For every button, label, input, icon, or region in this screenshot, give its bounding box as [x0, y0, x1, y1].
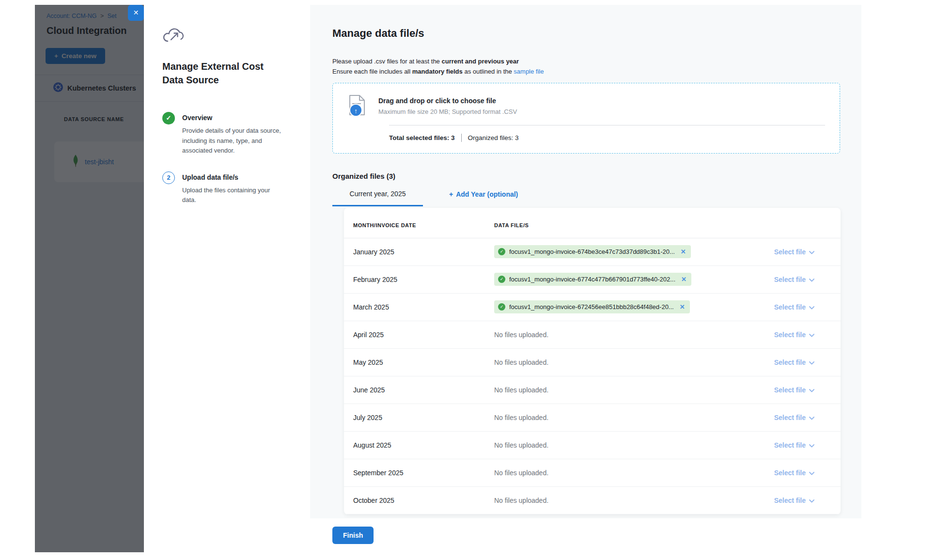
intro-line1-text: Please upload .csv files for at least th… [332, 58, 441, 65]
chevron-down-icon [809, 303, 814, 311]
tab-current-year[interactable]: Current year, 2025 [332, 190, 423, 206]
select-file-button[interactable]: Select file [774, 276, 814, 283]
finish-button[interactable]: Finish [332, 527, 374, 544]
step-upload-data[interactable]: 2 Upload data file/s Upload the files co… [162, 171, 297, 205]
table-row: March 2025 ✓ focusv1_mongo-invoice-67245… [344, 294, 841, 321]
remove-file-button[interactable]: ✕ [680, 304, 685, 310]
upload-file-icon: ↑ [348, 95, 368, 118]
file-chip: ✓ focusv1_mongo-invoice-6774c477b667901d… [494, 273, 691, 286]
table-body: January 2025 ✓ focusv1_mongo-invoice-674… [344, 238, 841, 514]
table-row: September 2025 No files uploaded. Select… [344, 459, 841, 487]
files-cell: ✓ focusv1_mongo-invoice-674be3ce47c73d37… [494, 245, 774, 258]
sample-file-link[interactable]: sample file [514, 68, 544, 75]
month-label: July 2025 [353, 414, 494, 421]
month-label: January 2025 [353, 248, 494, 256]
month-label: June 2025 [353, 386, 494, 394]
select-file-button[interactable]: Select file [774, 469, 814, 477]
empty-text: No files uploaded. [494, 331, 548, 339]
chevron-down-icon [809, 248, 814, 256]
intro-text: Please upload .csv files for at least th… [332, 56, 840, 77]
file-dropzone[interactable]: ↑ Drag and drop or click to choose file … [332, 83, 840, 154]
close-icon: ✕ [133, 9, 139, 16]
chevron-down-icon [809, 331, 814, 339]
file-chip: ✓ focusv1_mongo-invoice-672456ee851bbb28… [494, 300, 690, 313]
files-cell: No files uploaded. [494, 441, 774, 450]
select-file-label: Select file [774, 248, 806, 256]
select-file-button[interactable]: Select file [774, 497, 814, 504]
select-file-button[interactable]: Select file [774, 414, 814, 421]
totals-divider [461, 134, 462, 142]
month-label: March 2025 [353, 303, 494, 311]
select-file-button[interactable]: Select file [774, 386, 814, 394]
table-row: June 2025 No files uploaded. Select file [344, 376, 841, 404]
select-file-button[interactable]: Select file [774, 303, 814, 311]
table-header-row: MONTH/INVOICE DATE DATA FILE/S [344, 208, 841, 238]
files-cell: No files uploaded. [494, 413, 774, 422]
dropzone-title: Drag and drop or click to choose file [378, 95, 517, 105]
intro-line2-text: Ensure each file includes all [332, 68, 412, 75]
dropzone-divider [389, 125, 825, 125]
select-file-label: Select file [774, 303, 806, 311]
dropzone-subtitle: Maximum file size 20 MB; Supported forma… [378, 108, 517, 115]
month-label: May 2025 [353, 358, 494, 366]
select-file-label: Select file [774, 441, 806, 449]
column-header-files: DATA FILE/S [494, 222, 814, 228]
file-name: focusv1_mongo-invoice-6774c477b667901d77… [509, 276, 675, 283]
table-row: May 2025 No files uploaded. Select file [344, 349, 841, 376]
year-tabs: Current year, 2025 + Add Year (optional) [332, 190, 840, 206]
select-file-label: Select file [774, 414, 806, 421]
intro-line1-bold: current and previous year [441, 58, 519, 65]
table-row: July 2025 No files uploaded. Select file [344, 404, 841, 432]
month-label: April 2025 [353, 331, 494, 339]
file-name: focusv1_mongo-invoice-672456ee851bbb28c6… [509, 303, 674, 311]
chevron-down-icon [809, 386, 814, 394]
table-row: August 2025 No files uploaded. Select fi… [344, 432, 841, 459]
empty-text: No files uploaded. [494, 386, 548, 394]
chevron-down-icon [809, 497, 814, 504]
organized-files-count: Organized files: 3 [468, 134, 519, 141]
wizard-title: Manage External Cost Data Source [162, 60, 271, 87]
files-cell: No files uploaded. [494, 386, 774, 394]
select-file-label: Select file [774, 469, 806, 477]
chip-check-icon: ✓ [498, 303, 505, 311]
step-overview-description: Provide details of your data source, inc… [182, 126, 283, 156]
drawer-footer: Finish [310, 518, 861, 552]
files-cell: No files uploaded. [494, 358, 774, 367]
month-label: February 2025 [353, 276, 494, 283]
select-file-button[interactable]: Select file [774, 248, 814, 256]
chip-check-icon: ✓ [498, 248, 505, 255]
month-label: September 2025 [353, 469, 494, 477]
empty-text: No files uploaded. [494, 441, 548, 449]
intro-line-1: Please upload .csv files for at least th… [332, 56, 840, 66]
empty-text: No files uploaded. [494, 414, 548, 421]
file-chip: ✓ focusv1_mongo-invoice-674be3ce47c73d37… [494, 245, 691, 258]
chevron-down-icon [809, 276, 814, 283]
background-page: Account: CCM-NG > Set Cloud Integration … [35, 5, 144, 552]
cloud-export-icon [162, 37, 185, 46]
upload-arrow-icon: ↑ [349, 104, 362, 117]
step-overview[interactable]: ✓ Overview Provide details of your data … [162, 112, 297, 156]
month-label: October 2025 [353, 497, 494, 504]
select-file-button[interactable]: Select file [774, 441, 814, 449]
chevron-down-icon [809, 469, 814, 477]
dropzone-totals: Total selected files: 3 Organized files:… [389, 134, 827, 142]
table-row: April 2025 No files uploaded. Select fil… [344, 321, 841, 349]
add-year-button[interactable]: + Add Year (optional) [449, 190, 518, 198]
empty-text: No files uploaded. [494, 358, 548, 366]
select-file-label: Select file [774, 331, 806, 339]
select-file-button[interactable]: Select file [774, 331, 814, 339]
table-row: February 2025 ✓ focusv1_mongo-invoice-67… [344, 266, 841, 294]
file-name: focusv1_mongo-invoice-674be3ce47c73d37dd… [509, 248, 675, 255]
organized-files-heading: Organized files (3) [332, 172, 840, 180]
empty-text: No files uploaded. [494, 497, 548, 504]
files-cell: No files uploaded. [494, 468, 774, 477]
remove-file-button[interactable]: ✕ [681, 276, 687, 282]
step-overview-label: Overview [182, 112, 283, 122]
empty-text: No files uploaded. [494, 469, 548, 477]
remove-file-button[interactable]: ✕ [681, 249, 686, 255]
select-file-button[interactable]: Select file [774, 358, 814, 366]
wizard-panel: Manage External Cost Data Source ✓ Overv… [144, 5, 310, 552]
add-year-label: Add Year (optional) [456, 190, 518, 198]
step-upload-description: Upload the files containing your data. [182, 186, 283, 205]
close-button[interactable]: ✕ [128, 5, 144, 21]
